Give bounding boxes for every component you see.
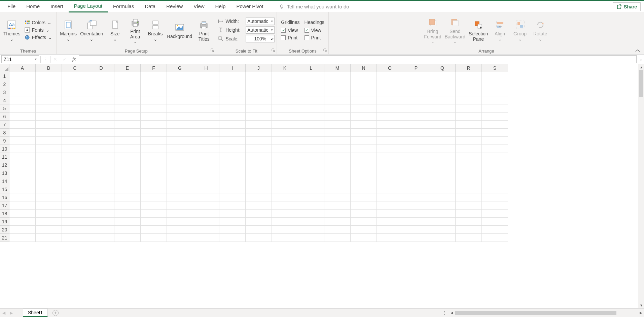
cell[interactable] — [9, 177, 36, 185]
themes-button[interactable]: Aa Themes⌄ — [2, 18, 22, 42]
cell[interactable] — [246, 226, 272, 234]
cell[interactable] — [272, 72, 298, 80]
cell[interactable] — [298, 218, 324, 226]
cell[interactable] — [167, 137, 193, 145]
row-header[interactable]: 1 — [0, 72, 9, 80]
column-header[interactable]: M — [324, 64, 351, 72]
column-header[interactable]: F — [141, 64, 167, 72]
cell[interactable] — [351, 218, 377, 226]
expand-formula-bar-button[interactable]: ⌄ — [638, 57, 644, 62]
cell[interactable] — [403, 104, 429, 113]
print-area-button[interactable]: Print Area⌄ — [126, 16, 145, 44]
cell[interactable] — [88, 185, 114, 193]
cell[interactable] — [298, 234, 324, 242]
cell[interactable] — [167, 193, 193, 201]
cell[interactable] — [88, 169, 114, 177]
cell[interactable] — [193, 72, 219, 80]
next-sheet-button[interactable]: ▶ — [7, 309, 15, 317]
row-header[interactable]: 17 — [0, 201, 9, 210]
rotate-button[interactable]: Rotate⌄ — [531, 18, 550, 42]
cell[interactable] — [114, 137, 141, 145]
cell[interactable] — [351, 96, 377, 104]
cell[interactable] — [272, 226, 298, 234]
cell[interactable] — [456, 88, 482, 96]
cell[interactable] — [403, 169, 429, 177]
cell[interactable] — [114, 121, 141, 129]
cell[interactable] — [324, 104, 351, 113]
cell[interactable] — [324, 96, 351, 104]
cell[interactable] — [9, 234, 36, 242]
cell[interactable] — [482, 72, 508, 80]
cell[interactable] — [298, 96, 324, 104]
cell[interactable] — [88, 96, 114, 104]
cell[interactable] — [377, 129, 403, 137]
height-dropdown[interactable]: Automatic▾ — [246, 26, 275, 34]
cell[interactable] — [272, 104, 298, 113]
cell[interactable] — [167, 210, 193, 218]
cell[interactable] — [272, 234, 298, 242]
cell[interactable] — [482, 201, 508, 210]
cell[interactable] — [324, 80, 351, 88]
cell[interactable] — [246, 137, 272, 145]
cell[interactable] — [219, 193, 246, 201]
tab-view[interactable]: View — [188, 1, 210, 12]
cell[interactable] — [114, 218, 141, 226]
cell[interactable] — [167, 185, 193, 193]
cell[interactable] — [88, 129, 114, 137]
scale-to-fit-launcher[interactable] — [271, 48, 275, 52]
cell[interactable] — [114, 129, 141, 137]
row-header[interactable]: 2 — [0, 80, 9, 88]
column-header[interactable]: K — [272, 64, 298, 72]
cell[interactable] — [36, 137, 62, 145]
cell[interactable] — [272, 137, 298, 145]
cell[interactable] — [36, 153, 62, 161]
cell[interactable] — [246, 80, 272, 88]
cell[interactable] — [219, 88, 246, 96]
cell[interactable] — [246, 121, 272, 129]
cell[interactable] — [272, 153, 298, 161]
cell[interactable] — [377, 177, 403, 185]
cell[interactable] — [298, 169, 324, 177]
cell[interactable] — [351, 121, 377, 129]
cell[interactable] — [298, 161, 324, 169]
cell[interactable] — [272, 218, 298, 226]
cell[interactable] — [456, 137, 482, 145]
tab-home[interactable]: Home — [21, 1, 45, 12]
cell[interactable] — [377, 210, 403, 218]
cell[interactable] — [219, 137, 246, 145]
cell[interactable] — [403, 226, 429, 234]
cell[interactable] — [114, 153, 141, 161]
cell[interactable] — [456, 218, 482, 226]
cell[interactable] — [141, 113, 167, 121]
column-header[interactable]: A — [9, 64, 36, 72]
cell[interactable] — [377, 218, 403, 226]
cell[interactable] — [9, 226, 36, 234]
cell[interactable] — [403, 72, 429, 80]
cell[interactable] — [272, 145, 298, 153]
cell[interactable] — [36, 104, 62, 113]
cell[interactable] — [351, 129, 377, 137]
cell[interactable] — [456, 104, 482, 113]
row-header[interactable]: 11 — [0, 153, 9, 161]
cell[interactable] — [403, 185, 429, 193]
cell[interactable] — [167, 145, 193, 153]
cell[interactable] — [429, 129, 456, 137]
cell[interactable] — [403, 137, 429, 145]
cell[interactable] — [482, 185, 508, 193]
cell[interactable] — [482, 177, 508, 185]
cell[interactable] — [36, 161, 62, 169]
breaks-button[interactable]: Breaks⌄ — [146, 18, 165, 42]
cell[interactable] — [36, 72, 62, 80]
cell[interactable] — [36, 226, 62, 234]
horizontal-scroll-thumb[interactable] — [455, 311, 616, 315]
cell[interactable] — [88, 72, 114, 80]
row-header[interactable]: 5 — [0, 104, 9, 113]
cell[interactable] — [246, 234, 272, 242]
cell[interactable] — [167, 226, 193, 234]
cell[interactable] — [429, 72, 456, 80]
row-header[interactable]: 16 — [0, 193, 9, 201]
cell[interactable] — [9, 72, 36, 80]
cell[interactable] — [193, 137, 219, 145]
cell[interactable] — [272, 161, 298, 169]
cell[interactable] — [167, 121, 193, 129]
